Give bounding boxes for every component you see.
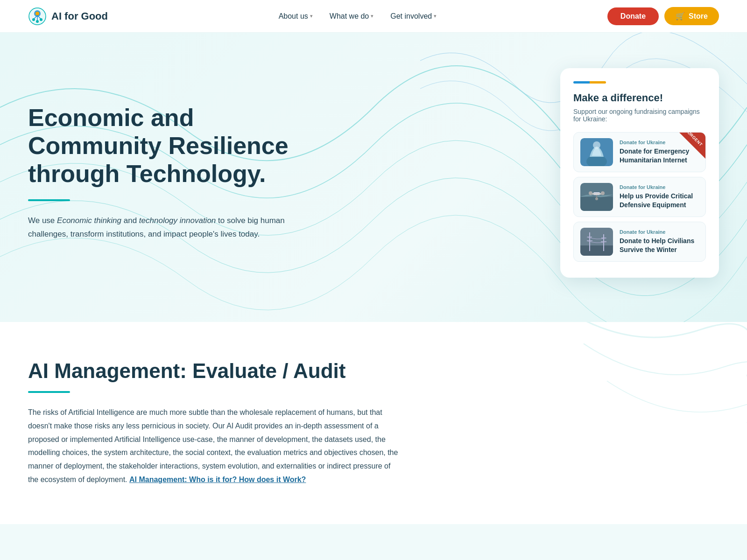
hero-divider [28, 199, 70, 201]
campaign-info-2: Donate for Ukraine Help us Provide Criti… [620, 184, 699, 209]
campaign-info-3: Donate for Ukraine Donate to Help Civili… [620, 229, 699, 253]
section-link[interactable]: AI Management: Who is it for? How does i… [129, 476, 306, 483]
chevron-down-icon: ▾ [310, 13, 313, 19]
svg-point-2 [35, 12, 39, 15]
hero-body: We use Economic thinking and technology … [28, 214, 317, 241]
hero-title: Economic and Community Resilience throug… [28, 104, 317, 188]
svg-point-8 [36, 20, 39, 23]
campaign-label-3: Donate for Ukraine [620, 229, 699, 235]
campaign-thumb-1 [580, 138, 613, 166]
donate-button[interactable]: Donate [607, 7, 659, 25]
hero-section: Economic and Community Resilience throug… [0, 33, 747, 322]
svg-rect-21 [580, 245, 613, 256]
campaign-label-2: Donate for Ukraine [620, 184, 699, 190]
campaign-item-3[interactable]: Donate for Ukraine Donate to Help Civili… [573, 222, 706, 262]
nav-actions: Donate 🛒 Store [607, 7, 719, 25]
chevron-down-icon: ▾ [434, 13, 437, 19]
section-body: The risks of Artificial Intelligence are… [28, 406, 402, 487]
svg-point-17 [601, 191, 605, 195]
urgent-badge: URGENT [679, 133, 705, 159]
campaign-item-1[interactable]: Donate for Ukraine Donate for Emergency … [573, 132, 706, 172]
section-divider [28, 391, 70, 393]
nav-links: About us ▾ What we do ▾ Get involved ▾ [279, 12, 437, 21]
svg-point-11 [593, 141, 600, 149]
nav-about[interactable]: About us ▾ [279, 12, 313, 21]
donate-card-accent [573, 81, 606, 84]
nav-what-we-do[interactable]: What we do ▾ [330, 12, 374, 21]
second-section: AI Management: Evaluate / Audit The risk… [0, 322, 747, 524]
logo-link[interactable]: AI for Good [28, 7, 108, 26]
svg-point-19 [595, 197, 598, 200]
navbar: AI for Good About us ▾ What we do ▾ Get … [0, 0, 747, 33]
store-icon: 🛒 [676, 12, 685, 21]
logo-icon [28, 7, 47, 26]
logo-text: AI for Good [51, 10, 108, 22]
store-button[interactable]: 🛒 Store [664, 7, 719, 25]
campaign-name-3: Donate to Help Civilians Survive the Win… [620, 237, 699, 253]
chevron-down-icon: ▾ [371, 13, 374, 19]
svg-point-7 [40, 18, 42, 21]
campaign-item-2[interactable]: Donate for Ukraine Help us Provide Criti… [573, 177, 706, 217]
nav-get-involved[interactable]: Get involved ▾ [390, 12, 437, 21]
campaign-name-2: Help us Provide Critical Defensive Equip… [620, 192, 699, 209]
section-title: AI Management: Evaluate / Audit [28, 359, 719, 383]
svg-point-16 [589, 191, 592, 195]
svg-point-6 [32, 18, 35, 21]
donate-card: Make a difference! Support our ongoing f… [560, 68, 719, 278]
campaign-thumb-3 [580, 228, 613, 256]
campaign-thumb-2 [580, 183, 613, 211]
hero-content: Economic and Community Resilience throug… [28, 104, 317, 241]
donate-card-title: Make a difference! [573, 92, 706, 104]
donate-card-subtitle: Support our ongoing fundraising campaign… [573, 108, 706, 123]
